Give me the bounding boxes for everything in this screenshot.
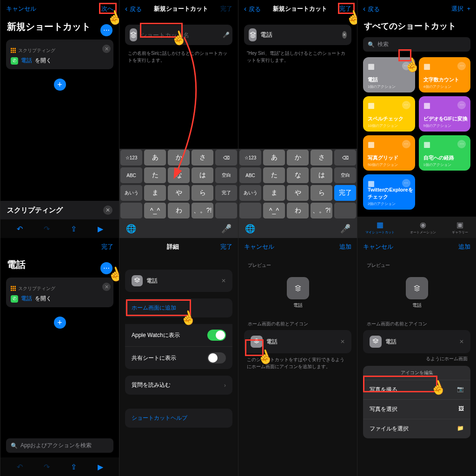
done-button[interactable]: 完了 bbox=[220, 243, 232, 251]
back-button[interactable]: 戻る bbox=[125, 5, 142, 13]
preview: 電話 bbox=[357, 271, 476, 314]
cancel-button[interactable]: キャンセル bbox=[244, 243, 274, 251]
cancel-button[interactable]: キャンセル bbox=[363, 243, 393, 251]
add-action-button[interactable]: + bbox=[54, 79, 66, 91]
share-toggle-row[interactable]: 共有シートに表示 bbox=[125, 347, 232, 369]
open-text: を開く bbox=[35, 57, 52, 65]
toggle-off[interactable] bbox=[207, 352, 226, 364]
watch-toggle-row[interactable]: Apple Watchに表示 bbox=[125, 324, 232, 347]
choose-file[interactable]: ファイルを選択📁 bbox=[363, 419, 470, 438]
shortcut-tile[interactable]: ▦⋯写真グリッド50個のアクション bbox=[363, 135, 415, 171]
choose-photo[interactable]: 写真を選択🖼 bbox=[363, 400, 470, 419]
phone-link[interactable]: 電話 bbox=[21, 57, 32, 65]
tile-more-icon[interactable]: ⋯ bbox=[402, 101, 410, 109]
hint-text: "Hey Siri、電話"と話しかけるとこのショートカットを実行します。 bbox=[238, 49, 357, 65]
shortcut-tile[interactable]: ▦⋯ビデオをGIFに変換5個のアクション bbox=[419, 96, 471, 132]
toolbar: ↶↷⇪▶ bbox=[0, 219, 119, 238]
select-button[interactable]: 選択 + bbox=[451, 5, 470, 13]
page-title: 新規ショートカット bbox=[154, 5, 208, 13]
share-icon[interactable]: ⇪ bbox=[71, 225, 77, 233]
tile-more-icon[interactable]: ⋯ bbox=[457, 101, 466, 109]
menu-title: アイコンを編集 bbox=[363, 366, 470, 380]
add-action-button[interactable]: + bbox=[54, 317, 66, 329]
action-card: スクリプティング ✕ ✆電話を開く bbox=[6, 40, 113, 69]
phone-icon: ✆ bbox=[11, 295, 18, 303]
icon-edit-menu: アイコンを編集 写真を撮る📷 写真を選択🖼 ファイルを選択📁 bbox=[363, 366, 470, 438]
play-icon[interactable]: ▶ bbox=[98, 225, 103, 233]
tab-gallery[interactable]: ▣ギャラリー bbox=[452, 220, 468, 235]
undo-icon[interactable]: ↶ bbox=[17, 463, 23, 471]
clear-icon[interactable]: ✕ bbox=[102, 283, 111, 291]
mic-icon[interactable]: 🎤 bbox=[340, 224, 350, 234]
add-button[interactable]: 追加 bbox=[339, 243, 351, 251]
search-input[interactable]: 🔍 Appおよびアクションを検索 bbox=[6, 438, 113, 453]
tab-shortcuts[interactable]: ▦マイショートカット bbox=[365, 220, 395, 235]
add-button[interactable]: 追加 bbox=[458, 243, 470, 251]
tile-more-icon[interactable]: ⋯ bbox=[402, 140, 410, 148]
shortcut-icon[interactable] bbox=[249, 28, 257, 41]
preview-label: プレビュー bbox=[238, 256, 357, 271]
play-icon[interactable]: ▶ bbox=[98, 463, 103, 471]
shortcut-tile[interactable]: ▦⋯TwitterのExploreをチェック2個のアクション bbox=[363, 174, 415, 210]
redo-icon[interactable]: ↷ bbox=[44, 225, 50, 233]
page-title: 詳細 bbox=[167, 243, 179, 251]
name-row[interactable]: 電話✕ bbox=[125, 270, 232, 292]
scripting-header: スクリプティング✕ bbox=[0, 201, 119, 219]
share-icon[interactable]: ⇪ bbox=[71, 463, 77, 471]
clear-icon[interactable]: ✕ bbox=[342, 31, 347, 39]
bottom-nav: ▦マイショートカット ◉オートメーション ▣ギャラリー bbox=[357, 217, 476, 238]
clear-icon[interactable]: ✕ bbox=[102, 45, 111, 53]
name-input-row: ✕ bbox=[244, 25, 351, 45]
page-title: すべてのショートカット bbox=[357, 18, 476, 34]
scripting-tag: スクリプティング bbox=[11, 47, 55, 54]
action-card: スクリプティング ✕ ✆電話を開く bbox=[6, 278, 113, 307]
shortcut-name-input[interactable] bbox=[260, 32, 338, 39]
shortcut-tile[interactable]: ▦⋯スペルチェック10個のアクション bbox=[363, 96, 415, 132]
back-button[interactable]: 戻る bbox=[244, 5, 261, 13]
undo-icon[interactable]: ↶ bbox=[17, 225, 23, 233]
done-button[interactable]: 完了 bbox=[101, 243, 113, 251]
import-row[interactable]: 質問を読み込む› bbox=[125, 376, 232, 395]
mic-icon[interactable]: 🎤 bbox=[221, 224, 231, 234]
toggle-on[interactable] bbox=[207, 330, 226, 341]
close-icon[interactable]: ✕ bbox=[103, 205, 112, 215]
icon-name-row[interactable]: 電話✕ bbox=[244, 330, 351, 353]
globe-icon[interactable]: 🌐 bbox=[245, 224, 255, 234]
page-title: 新規ショートカット bbox=[273, 5, 327, 13]
done-button[interactable]: 完了 bbox=[220, 5, 232, 13]
hint-text: この名前をSiriに話しかけるとこのショートカットを実行します。 bbox=[119, 49, 238, 65]
mic-icon[interactable]: 🎤 bbox=[223, 32, 230, 38]
tile-more-icon[interactable]: ⋯ bbox=[457, 140, 466, 148]
shortcut-icon[interactable] bbox=[130, 28, 137, 41]
preview: 電話 bbox=[238, 271, 357, 314]
preview-label: プレビュー bbox=[357, 256, 476, 271]
globe-icon[interactable]: 🌐 bbox=[126, 224, 136, 234]
icon-name-row[interactable]: 電話✕ bbox=[363, 330, 470, 353]
take-photo[interactable]: 写真を撮る📷 bbox=[363, 380, 470, 400]
tab-automation[interactable]: ◉オートメーション bbox=[410, 220, 436, 235]
section-label: ホーム画面の名前とアイコン bbox=[357, 314, 476, 330]
help-row[interactable]: ショートカットヘルプ bbox=[125, 409, 232, 428]
hint-text: るようにホーム画面 bbox=[357, 353, 476, 363]
back-button[interactable]: 戻る bbox=[363, 5, 380, 13]
keyboard[interactable]: ☆123あかさ⌫ ABCたなは空白 あいうまやら完了 ^_^わ、。?! 🌐🎤 bbox=[119, 149, 238, 238]
phone-icon: ✆ bbox=[11, 57, 18, 65]
keyboard[interactable]: ☆123あかさ⌫ ABCたなは空白 あいうまやら完了 ^_^わ、。?! 🌐🎤 bbox=[238, 149, 357, 238]
section-label: ホーム画面の名前とアイコン bbox=[238, 314, 357, 330]
tile-more-icon[interactable]: ⋯ bbox=[457, 62, 466, 70]
search-input[interactable]: 🔍 検索 bbox=[363, 37, 470, 52]
shortcut-tile[interactable]: ▦⋯文字数カウント4個のアクション bbox=[419, 57, 471, 93]
cancel-button[interactable]: キャンセル bbox=[6, 5, 36, 13]
redo-icon[interactable]: ↷ bbox=[44, 463, 50, 471]
shortcut-tile[interactable]: ▦⋯自宅への経路1個のアクション bbox=[419, 135, 471, 171]
